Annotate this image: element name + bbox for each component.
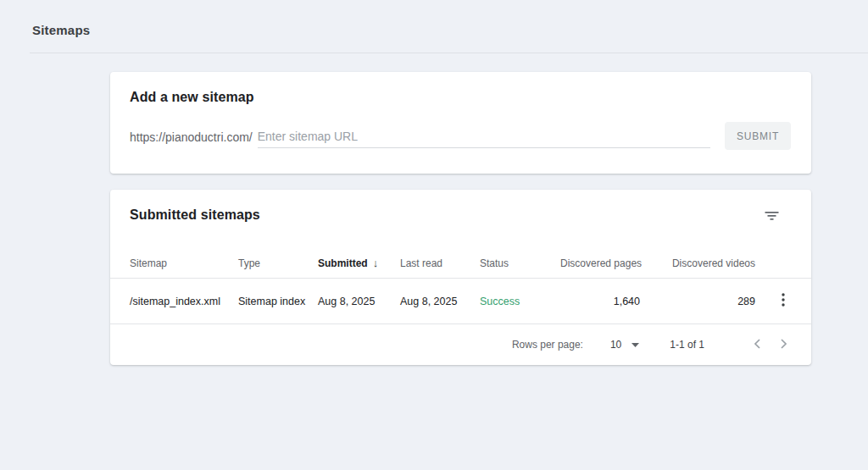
kebab-menu-icon [782, 293, 785, 307]
filter-button[interactable] [763, 208, 781, 226]
cell-last-read-date: Aug 8, 2025 [400, 296, 480, 307]
submitted-sitemaps-card: Submitted sitemaps Sitemap Type Submitte… [110, 190, 811, 365]
add-sitemap-title: Add a new sitemap [130, 90, 791, 105]
status-badge: Success [480, 296, 560, 307]
rows-per-page-value: 10 [610, 339, 621, 351]
arrow-downward-icon: ↓ [373, 257, 379, 269]
chevron-left-icon [754, 339, 761, 349]
sitemap-url-row: https://pianoductri.com/ SUBMIT [130, 127, 791, 150]
submitted-sitemaps-title: Submitted sitemaps [130, 207, 260, 223]
main-content: Add a new sitemap https://pianoductri.co… [110, 72, 811, 365]
row-menu-button[interactable] [778, 291, 788, 311]
table-header-row: Sitemap Type Submitted ↓ Last read Statu… [110, 248, 811, 279]
site-url-prefix: https://pianoductri.com/ [130, 130, 253, 147]
sitemap-url-input[interactable] [258, 130, 710, 148]
page-title: Sitemaps [32, 23, 90, 37]
submit-button[interactable]: SUBMIT [725, 122, 791, 150]
filter-list-icon [765, 210, 779, 222]
column-header-submitted[interactable]: Submitted ↓ [318, 257, 400, 269]
previous-page-button[interactable] [750, 335, 765, 355]
column-header-status[interactable]: Status [480, 257, 560, 269]
column-header-discovered-videos[interactable]: Discovered videos [640, 257, 755, 269]
cell-submitted-date: Aug 8, 2025 [318, 296, 400, 307]
column-header-sitemap[interactable]: Sitemap [130, 257, 238, 269]
add-sitemap-card: Add a new sitemap https://pianoductri.co… [110, 72, 811, 174]
rows-per-page-select[interactable]: 10 [610, 339, 639, 351]
header-divider [30, 53, 868, 53]
chevron-right-icon [780, 339, 787, 349]
column-header-last-read[interactable]: Last read [400, 257, 480, 269]
cell-type: Sitemap index [238, 296, 318, 307]
column-header-discovered-pages[interactable]: Discovered pages [560, 257, 640, 269]
rows-per-page-label: Rows per page: [512, 339, 583, 351]
table-row[interactable]: /sitemap_index.xml Sitemap index Aug 8, … [110, 279, 811, 324]
cell-sitemap-path[interactable]: /sitemap_index.xml [130, 296, 238, 307]
column-header-submitted-label: Submitted [318, 257, 368, 269]
next-page-button[interactable] [776, 335, 791, 355]
cell-discovered-pages: 1,640 [560, 296, 640, 307]
submitted-card-header: Submitted sitemaps [110, 190, 811, 248]
cell-discovered-videos: 289 [640, 296, 755, 307]
dropdown-arrow-icon [632, 343, 639, 347]
column-header-type[interactable]: Type [238, 257, 318, 269]
table-pagination-footer: Rows per page: 10 1-1 of 1 [110, 324, 811, 365]
pagination-range-label: 1-1 of 1 [670, 339, 704, 351]
